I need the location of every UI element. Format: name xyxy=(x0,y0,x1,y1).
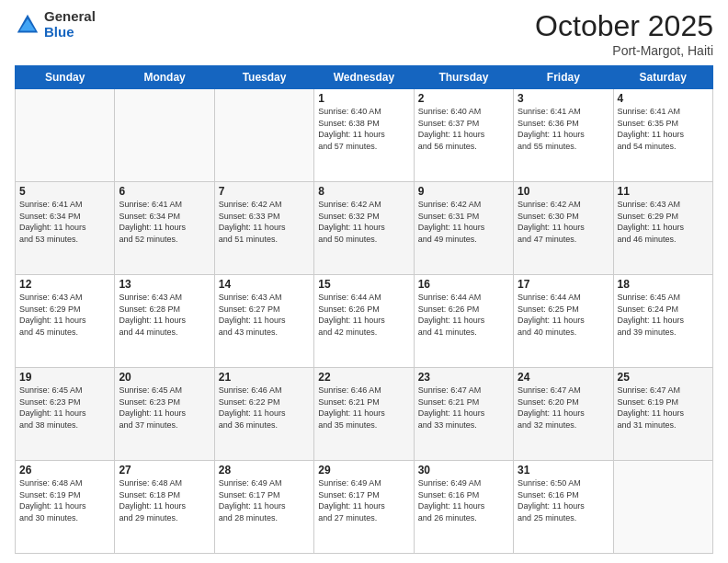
day-info: Sunrise: 6:41 AM Sunset: 6:34 PM Dayligh… xyxy=(119,199,210,245)
day-number: 1 xyxy=(318,92,409,105)
calendar-cell: 12Sunrise: 6:43 AM Sunset: 6:29 PM Dayli… xyxy=(16,275,115,368)
day-info: Sunrise: 6:40 AM Sunset: 6:37 PM Dayligh… xyxy=(418,106,509,152)
day-number: 25 xyxy=(618,371,709,384)
logo-icon xyxy=(15,12,40,38)
location-subtitle: Port-Margot, Haiti xyxy=(535,43,713,58)
day-number: 17 xyxy=(518,278,609,291)
day-number: 27 xyxy=(119,464,210,477)
day-number: 11 xyxy=(618,185,709,198)
calendar-cell: 19Sunrise: 6:45 AM Sunset: 6:23 PM Dayli… xyxy=(16,368,115,461)
calendar-cell: 27Sunrise: 6:48 AM Sunset: 6:18 PM Dayli… xyxy=(115,461,214,554)
day-number: 9 xyxy=(418,185,509,198)
day-info: Sunrise: 6:48 AM Sunset: 6:19 PM Dayligh… xyxy=(19,477,110,523)
calendar-cell: 28Sunrise: 6:49 AM Sunset: 6:17 PM Dayli… xyxy=(214,461,313,554)
day-number: 20 xyxy=(119,371,210,384)
day-info: Sunrise: 6:41 AM Sunset: 6:35 PM Dayligh… xyxy=(618,106,709,152)
calendar-cell: 18Sunrise: 6:45 AM Sunset: 6:24 PM Dayli… xyxy=(613,275,712,368)
day-number: 3 xyxy=(518,92,609,105)
col-tuesday: Tuesday xyxy=(214,66,313,89)
calendar-cell: 1Sunrise: 6:40 AM Sunset: 6:38 PM Daylig… xyxy=(314,89,414,182)
calendar-cell: 14Sunrise: 6:43 AM Sunset: 6:27 PM Dayli… xyxy=(214,275,313,368)
day-info: Sunrise: 6:42 AM Sunset: 6:30 PM Dayligh… xyxy=(518,199,609,245)
calendar-cell: 5Sunrise: 6:41 AM Sunset: 6:34 PM Daylig… xyxy=(16,182,115,275)
calendar-cell: 20Sunrise: 6:45 AM Sunset: 6:23 PM Dayli… xyxy=(115,368,214,461)
day-info: Sunrise: 6:41 AM Sunset: 6:34 PM Dayligh… xyxy=(19,199,110,245)
calendar-cell: 21Sunrise: 6:46 AM Sunset: 6:22 PM Dayli… xyxy=(214,368,313,461)
calendar-week-row-3: 12Sunrise: 6:43 AM Sunset: 6:29 PM Dayli… xyxy=(16,275,713,368)
col-monday: Monday xyxy=(115,66,214,89)
month-title: October 2025 xyxy=(535,9,713,43)
calendar-cell: 7Sunrise: 6:42 AM Sunset: 6:33 PM Daylig… xyxy=(214,182,313,275)
col-wednesday: Wednesday xyxy=(314,66,414,89)
calendar-cell: 30Sunrise: 6:49 AM Sunset: 6:16 PM Dayli… xyxy=(414,461,513,554)
logo: General Blue xyxy=(15,9,96,40)
calendar-cell: 8Sunrise: 6:42 AM Sunset: 6:32 PM Daylig… xyxy=(314,182,414,275)
calendar-week-row-5: 26Sunrise: 6:48 AM Sunset: 6:19 PM Dayli… xyxy=(16,461,713,554)
day-number: 26 xyxy=(19,464,110,477)
day-info: Sunrise: 6:43 AM Sunset: 6:28 PM Dayligh… xyxy=(119,292,210,338)
day-info: Sunrise: 6:40 AM Sunset: 6:38 PM Dayligh… xyxy=(318,106,409,152)
calendar-cell: 13Sunrise: 6:43 AM Sunset: 6:28 PM Dayli… xyxy=(115,275,214,368)
calendar-cell: 2Sunrise: 6:40 AM Sunset: 6:37 PM Daylig… xyxy=(414,89,513,182)
day-number: 22 xyxy=(318,371,409,384)
day-info: Sunrise: 6:46 AM Sunset: 6:21 PM Dayligh… xyxy=(318,385,409,431)
calendar-week-row-1: 1Sunrise: 6:40 AM Sunset: 6:38 PM Daylig… xyxy=(16,89,713,182)
day-info: Sunrise: 6:42 AM Sunset: 6:31 PM Dayligh… xyxy=(418,199,509,245)
calendar-cell: 22Sunrise: 6:46 AM Sunset: 6:21 PM Dayli… xyxy=(314,368,414,461)
calendar-cell: 4Sunrise: 6:41 AM Sunset: 6:35 PM Daylig… xyxy=(613,89,712,182)
day-info: Sunrise: 6:43 AM Sunset: 6:27 PM Dayligh… xyxy=(219,292,310,338)
calendar-cell: 23Sunrise: 6:47 AM Sunset: 6:21 PM Dayli… xyxy=(414,368,513,461)
calendar-cell: 24Sunrise: 6:47 AM Sunset: 6:20 PM Dayli… xyxy=(514,368,613,461)
day-number: 13 xyxy=(119,278,210,291)
calendar-cell: 11Sunrise: 6:43 AM Sunset: 6:29 PM Dayli… xyxy=(613,182,712,275)
day-info: Sunrise: 6:42 AM Sunset: 6:32 PM Dayligh… xyxy=(318,199,409,245)
day-number: 2 xyxy=(418,92,509,105)
day-info: Sunrise: 6:44 AM Sunset: 6:26 PM Dayligh… xyxy=(418,292,509,338)
day-number: 15 xyxy=(318,278,409,291)
day-number: 29 xyxy=(318,464,409,477)
day-number: 6 xyxy=(119,185,210,198)
calendar-cell: 10Sunrise: 6:42 AM Sunset: 6:30 PM Dayli… xyxy=(514,182,613,275)
day-number: 18 xyxy=(618,278,709,291)
calendar-table: Sunday Monday Tuesday Wednesday Thursday… xyxy=(15,65,713,554)
calendar-cell xyxy=(613,461,712,554)
day-info: Sunrise: 6:44 AM Sunset: 6:26 PM Dayligh… xyxy=(318,292,409,338)
day-info: Sunrise: 6:45 AM Sunset: 6:24 PM Dayligh… xyxy=(618,292,709,338)
col-friday: Friday xyxy=(514,66,613,89)
day-info: Sunrise: 6:44 AM Sunset: 6:25 PM Dayligh… xyxy=(518,292,609,338)
calendar-cell xyxy=(115,89,214,182)
day-number: 8 xyxy=(318,185,409,198)
calendar-cell: 16Sunrise: 6:44 AM Sunset: 6:26 PM Dayli… xyxy=(414,275,513,368)
day-number: 12 xyxy=(19,278,110,291)
col-saturday: Saturday xyxy=(613,66,712,89)
day-number: 4 xyxy=(618,92,709,105)
day-number: 31 xyxy=(518,464,609,477)
day-number: 19 xyxy=(19,371,110,384)
day-info: Sunrise: 6:46 AM Sunset: 6:22 PM Dayligh… xyxy=(219,385,310,431)
calendar-cell: 29Sunrise: 6:49 AM Sunset: 6:17 PM Dayli… xyxy=(314,461,414,554)
calendar-week-row-2: 5Sunrise: 6:41 AM Sunset: 6:34 PM Daylig… xyxy=(16,182,713,275)
day-number: 30 xyxy=(418,464,509,477)
day-info: Sunrise: 6:49 AM Sunset: 6:16 PM Dayligh… xyxy=(418,477,509,523)
day-info: Sunrise: 6:41 AM Sunset: 6:36 PM Dayligh… xyxy=(518,106,609,152)
page: General Blue October 2025 Port-Margot, H… xyxy=(0,0,728,563)
logo-general-text: General xyxy=(44,9,96,25)
day-number: 28 xyxy=(219,464,310,477)
day-number: 24 xyxy=(518,371,609,384)
day-number: 16 xyxy=(418,278,509,291)
day-info: Sunrise: 6:43 AM Sunset: 6:29 PM Dayligh… xyxy=(618,199,709,245)
day-info: Sunrise: 6:50 AM Sunset: 6:16 PM Dayligh… xyxy=(518,477,609,523)
day-number: 7 xyxy=(219,185,310,198)
day-info: Sunrise: 6:45 AM Sunset: 6:23 PM Dayligh… xyxy=(19,385,110,431)
title-area: October 2025 Port-Margot, Haiti xyxy=(535,9,713,58)
day-info: Sunrise: 6:48 AM Sunset: 6:18 PM Dayligh… xyxy=(119,477,210,523)
day-number: 14 xyxy=(219,278,310,291)
day-info: Sunrise: 6:45 AM Sunset: 6:23 PM Dayligh… xyxy=(119,385,210,431)
calendar-header-row: Sunday Monday Tuesday Wednesday Thursday… xyxy=(16,66,713,89)
calendar-cell xyxy=(16,89,115,182)
logo-blue-text: Blue xyxy=(44,25,96,40)
day-info: Sunrise: 6:43 AM Sunset: 6:29 PM Dayligh… xyxy=(19,292,110,338)
calendar-cell: 3Sunrise: 6:41 AM Sunset: 6:36 PM Daylig… xyxy=(514,89,613,182)
calendar-cell: 25Sunrise: 6:47 AM Sunset: 6:19 PM Dayli… xyxy=(613,368,712,461)
day-info: Sunrise: 6:47 AM Sunset: 6:20 PM Dayligh… xyxy=(518,385,609,431)
